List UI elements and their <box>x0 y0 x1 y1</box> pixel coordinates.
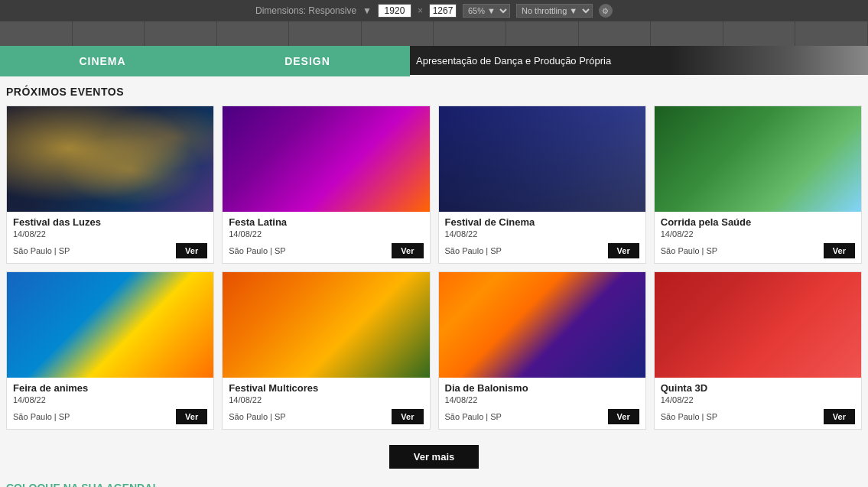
event-ver-button-7[interactable]: Ver <box>824 409 855 424</box>
event-location-0: São Paulo | SP <box>13 246 70 255</box>
event-image-2 <box>439 106 645 212</box>
event-name-7: Quinta 3D <box>661 382 855 394</box>
event-ver-button-1[interactable]: Ver <box>392 243 423 258</box>
x-separator: × <box>418 5 423 16</box>
zoom-select[interactable]: 65% ▼ 50% 75% 100% <box>463 4 510 18</box>
event-footer-5: São Paulo | SP Ver <box>229 409 423 424</box>
nav-tab-1[interactable] <box>0 21 73 46</box>
dropdown-arrow: ▼ <box>362 5 372 16</box>
event-date-5: 14/08/22 <box>229 395 423 404</box>
nav-tab-2[interactable] <box>73 21 145 46</box>
event-footer-6: São Paulo | SP Ver <box>445 409 639 424</box>
event-info-1: Festa Latina 14/08/22 São Paulo | SP Ver <box>223 212 429 263</box>
event-info-5: Festival Multicores 14/08/22 São Paulo |… <box>223 378 429 429</box>
event-ver-button-0[interactable]: Ver <box>176 243 207 258</box>
event-info-2: Festival de Cinema 14/08/22 São Paulo | … <box>439 212 645 263</box>
event-card-7: Quinta 3D 14/08/22 São Paulo | SP Ver <box>654 271 862 430</box>
event-card-4: Feira de animes 14/08/22 São Paulo | SP … <box>6 271 214 430</box>
event-ver-button-3[interactable]: Ver <box>824 243 855 258</box>
event-card-0: Festival das Luzes 14/08/22 São Paulo | … <box>6 106 214 264</box>
event-name-6: Dia de Balonismo <box>445 382 639 394</box>
proximos-eventos-title: PRÓXIMOS EVENTOS <box>6 86 862 98</box>
event-date-4: 14/08/22 <box>13 395 207 404</box>
nav-tab-6[interactable] <box>362 21 434 46</box>
event-footer-3: São Paulo | SP Ver <box>661 243 855 258</box>
width-input[interactable]: 1920 <box>378 4 411 18</box>
ver-mais-button[interactable]: Ver mais <box>389 445 480 469</box>
nav-tab-4[interactable] <box>217 21 290 46</box>
event-date-3: 14/08/22 <box>661 229 855 239</box>
event-location-3: São Paulo | SP <box>661 246 717 255</box>
event-location-1: São Paulo | SP <box>229 246 285 255</box>
event-date-6: 14/08/22 <box>445 395 639 404</box>
browser-toolbar: Dimensions: Responsive ▼ 1920 × 1267 65%… <box>0 0 868 21</box>
event-ver-button-6[interactable]: Ver <box>608 409 639 424</box>
event-image-0 <box>7 106 213 212</box>
nav-tab-12[interactable] <box>795 21 868 46</box>
event-name-3: Corrida pela Saúde <box>661 216 855 228</box>
event-location-5: São Paulo | SP <box>229 412 285 421</box>
event-image-7 <box>655 272 861 378</box>
event-info-0: Festival das Luzes 14/08/22 São Paulo | … <box>7 212 213 263</box>
event-ver-button-2[interactable]: Ver <box>608 243 639 258</box>
event-info-7: Quinta 3D 14/08/22 São Paulo | SP Ver <box>655 378 861 429</box>
event-card-2: Festival de Cinema 14/08/22 São Paulo | … <box>438 106 646 264</box>
event-footer-0: São Paulo | SP Ver <box>13 243 207 258</box>
event-image-4 <box>7 272 213 378</box>
event-location-2: São Paulo | SP <box>445 246 502 255</box>
event-location-4: São Paulo | SP <box>13 412 70 421</box>
throttle-select[interactable]: No throttling ▼ Fast 3G Slow 3G <box>516 4 593 18</box>
agenda-row: COLOQUE NA SUA AGENDA! <box>0 476 868 487</box>
event-name-2: Festival de Cinema <box>445 216 639 228</box>
hero-text: Apresentação de Dança e Produção Própria <box>416 55 611 67</box>
event-image-6 <box>439 272 645 378</box>
settings-icon[interactable]: ⚙ <box>599 4 613 18</box>
event-card-5: Festival Multicores 14/08/22 São Paulo |… <box>222 271 430 430</box>
event-card-1: Festa Latina 14/08/22 São Paulo | SP Ver <box>222 106 430 264</box>
event-date-2: 14/08/22 <box>445 229 639 239</box>
event-date-1: 14/08/22 <box>229 229 423 239</box>
nav-tab-5[interactable] <box>289 21 362 46</box>
events-grid: Festival das Luzes 14/08/22 São Paulo | … <box>6 106 862 430</box>
event-footer-4: São Paulo | SP Ver <box>13 409 207 424</box>
event-name-4: Feira de animes <box>13 382 207 394</box>
event-name-1: Festa Latina <box>229 216 423 228</box>
nav-tab-11[interactable] <box>723 21 796 46</box>
event-name-0: Festival das Luzes <box>13 216 207 228</box>
proximos-eventos-section: PRÓXIMOS EVENTOS Festival das Luzes 14/0… <box>0 76 868 476</box>
event-date-7: 14/08/22 <box>661 395 855 404</box>
height-input[interactable]: 1267 <box>429 4 457 18</box>
nav-tab-10[interactable] <box>651 21 723 46</box>
event-footer-1: São Paulo | SP Ver <box>229 243 423 258</box>
event-image-3 <box>655 106 861 212</box>
nav-tab-8[interactable] <box>506 21 579 46</box>
nav-tab-3[interactable] <box>145 21 217 46</box>
nav-tab-9[interactable] <box>579 21 652 46</box>
nav-tabs-row <box>0 21 868 46</box>
nav-tab-7[interactable] <box>434 21 506 46</box>
agenda-title[interactable]: COLOQUE NA SUA AGENDA! <box>6 482 156 487</box>
event-info-6: Dia de Balonismo 14/08/22 São Paulo | SP… <box>439 378 645 429</box>
cinema-button[interactable]: CINEMA <box>0 46 205 76</box>
event-name-5: Festival Multicores <box>229 382 423 394</box>
hero-strip: Apresentação de Dança e Produção Própria <box>410 46 868 75</box>
dimensions-label: Dimensions: Responsive <box>255 5 356 16</box>
event-date-0: 14/08/22 <box>13 229 207 239</box>
event-footer-7: São Paulo | SP Ver <box>661 409 855 424</box>
event-footer-2: São Paulo | SP Ver <box>445 243 639 258</box>
event-image-1 <box>223 106 429 212</box>
event-card-3: Corrida pela Saúde 14/08/22 São Paulo | … <box>654 106 862 264</box>
event-card-6: Dia de Balonismo 14/08/22 São Paulo | SP… <box>438 271 646 430</box>
event-ver-button-4[interactable]: Ver <box>176 409 207 424</box>
event-location-6: São Paulo | SP <box>445 412 502 421</box>
event-info-3: Corrida pela Saúde 14/08/22 São Paulo | … <box>655 212 861 263</box>
category-hero-row: CINEMA DESIGN Apresentação de Dança e Pr… <box>0 46 868 76</box>
design-button[interactable]: DESIGN <box>205 46 410 76</box>
event-image-5 <box>223 272 429 378</box>
event-location-7: São Paulo | SP <box>661 412 717 421</box>
ver-mais-row: Ver mais <box>6 437 862 476</box>
event-info-4: Feira de animes 14/08/22 São Paulo | SP … <box>7 378 213 429</box>
event-ver-button-5[interactable]: Ver <box>392 409 423 424</box>
